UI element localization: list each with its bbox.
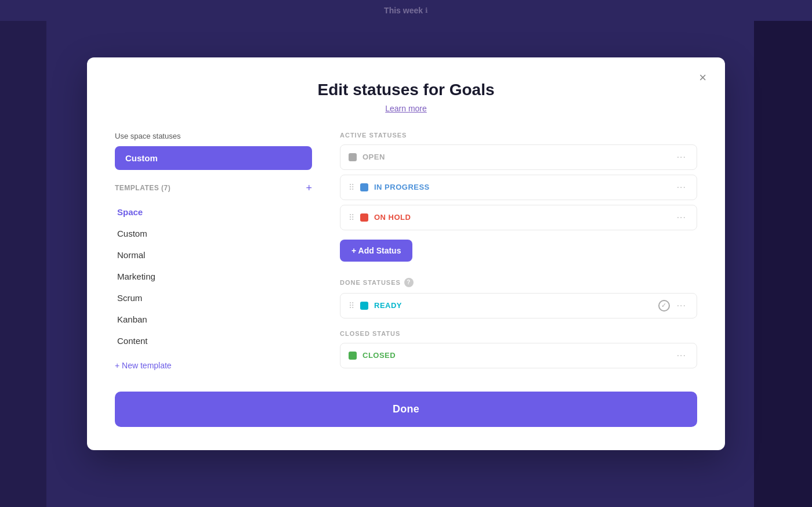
modal-dialog: × Edit statuses for Goals Learn more Use… bbox=[87, 57, 725, 450]
template-list: Space Custom Normal Marketing Scrum Kanb… bbox=[115, 201, 312, 352]
left-panel: Use space statuses Custom TEMPLATES (7) … bbox=[115, 132, 312, 373]
open-color-dot bbox=[349, 153, 357, 161]
in-progress-status-name: IN PROGRESS bbox=[374, 183, 675, 191]
closed-section: CLOSED STATUS CLOSED ··· bbox=[340, 330, 697, 368]
on-hold-drag-handle[interactable]: ⠿ bbox=[349, 213, 354, 222]
on-hold-dots-button[interactable]: ··· bbox=[675, 211, 688, 224]
template-item-custom[interactable]: Custom bbox=[115, 223, 312, 244]
learn-more-link[interactable]: Learn more bbox=[115, 104, 697, 113]
templates-header: TEMPLATES (7) + bbox=[115, 179, 312, 197]
active-statuses-label: ACTIVE STATUSES bbox=[340, 132, 697, 139]
custom-selected-option[interactable]: Custom bbox=[115, 146, 312, 170]
modal-overlay: × Edit statuses for Goals Learn more Use… bbox=[0, 0, 812, 507]
modal-body: Use space statuses Custom TEMPLATES (7) … bbox=[115, 132, 697, 373]
done-section: DONE STATUSES ? ⠿ READY ✓ ··· bbox=[340, 278, 697, 318]
modal-header: Edit statuses for Goals Learn more bbox=[115, 81, 697, 113]
in-progress-color-dot bbox=[360, 183, 368, 191]
open-status-actions: ··· bbox=[675, 151, 688, 164]
status-row-ready: ⠿ READY ✓ ··· bbox=[340, 293, 697, 318]
status-row-closed: CLOSED ··· bbox=[340, 343, 697, 368]
closed-status-label: CLOSED STATUS bbox=[340, 330, 697, 337]
use-space-label: Use space statuses bbox=[115, 132, 312, 140]
in-progress-drag-handle[interactable]: ⠿ bbox=[349, 183, 354, 192]
in-progress-status-actions: ··· bbox=[675, 181, 688, 194]
closed-color-dot bbox=[349, 352, 357, 360]
ready-color-dot bbox=[360, 302, 368, 310]
done-button[interactable]: Done bbox=[115, 392, 697, 427]
done-statuses-label: DONE STATUSES ? bbox=[340, 278, 697, 287]
on-hold-color-dot bbox=[360, 213, 368, 222]
on-hold-status-actions: ··· bbox=[675, 211, 688, 224]
in-progress-dots-button[interactable]: ··· bbox=[675, 181, 688, 194]
templates-label: TEMPLATES (7) bbox=[115, 184, 171, 192]
template-item-kanban[interactable]: Kanban bbox=[115, 309, 312, 330]
templates-add-button[interactable]: + bbox=[306, 183, 312, 193]
modal-footer: Done bbox=[115, 392, 697, 427]
ready-status-actions: ✓ ··· bbox=[658, 299, 688, 312]
on-hold-status-name: ON HOLD bbox=[374, 213, 675, 222]
closed-status-name: CLOSED bbox=[362, 351, 675, 360]
template-item-normal[interactable]: Normal bbox=[115, 244, 312, 266]
template-item-scrum[interactable]: Scrum bbox=[115, 287, 312, 309]
ready-status-name: READY bbox=[374, 301, 658, 310]
done-help-icon: ? bbox=[404, 278, 414, 287]
ready-dots-button[interactable]: ··· bbox=[675, 299, 688, 312]
template-item-space[interactable]: Space bbox=[115, 201, 312, 223]
status-row-on-hold: ⠿ ON HOLD ··· bbox=[340, 205, 697, 230]
open-dots-button[interactable]: ··· bbox=[675, 151, 688, 164]
ready-drag-handle[interactable]: ⠿ bbox=[349, 301, 354, 310]
ready-check-icon: ✓ bbox=[658, 300, 670, 312]
new-template-link[interactable]: + New template bbox=[115, 361, 312, 370]
open-status-name: OPEN bbox=[362, 153, 675, 161]
template-item-marketing[interactable]: Marketing bbox=[115, 266, 312, 287]
close-button[interactable]: × bbox=[694, 69, 711, 86]
template-item-content[interactable]: Content bbox=[115, 330, 312, 352]
status-row-open: OPEN ··· bbox=[340, 144, 697, 170]
right-panel: ACTIVE STATUSES OPEN ··· ⠿ IN PROGRESS bbox=[340, 132, 697, 373]
closed-status-actions: ··· bbox=[675, 349, 688, 362]
closed-dots-button[interactable]: ··· bbox=[675, 349, 688, 362]
modal-title: Edit statuses for Goals bbox=[115, 81, 697, 99]
status-row-in-progress: ⠿ IN PROGRESS ··· bbox=[340, 175, 697, 200]
add-status-button[interactable]: + Add Status bbox=[340, 240, 412, 262]
